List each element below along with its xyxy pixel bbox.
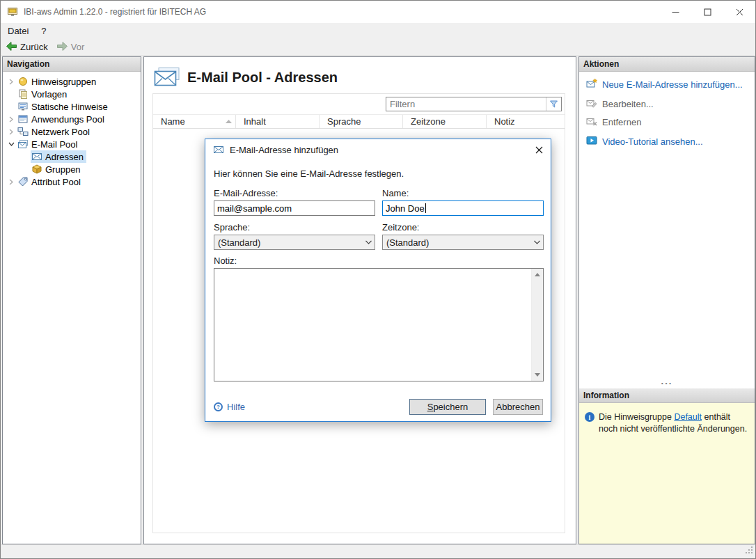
menu-datei[interactable]: Datei	[1, 24, 35, 38]
note-scrollbar[interactable]	[531, 269, 543, 381]
action-video-tutorial[interactable]: Video-Tutorial ansehen...	[586, 135, 703, 148]
forward-button[interactable]: Vor	[52, 40, 89, 55]
language-select[interactable]: (Standard)	[214, 235, 375, 250]
chevron-down-icon[interactable]	[6, 141, 17, 147]
note-field-container	[214, 268, 544, 381]
cancel-button-label: Abbrechen	[496, 402, 540, 412]
sort-ascending-icon	[226, 120, 232, 123]
email-field[interactable]	[214, 200, 375, 216]
adressen-icon	[31, 151, 42, 162]
nav-item-anwendungs-pool[interactable]: Anwendungs Pool	[3, 113, 141, 125]
column-header-notiz[interactable]: Notiz	[487, 115, 565, 128]
default-group-link[interactable]: Default	[674, 412, 702, 422]
nav-item-netzwerk-pool[interactable]: Netzwerk Pool	[3, 125, 141, 138]
chevron-right-icon[interactable]	[6, 179, 17, 185]
nav-item-vorlagen[interactable]: Vorlagen	[3, 88, 141, 100]
column-header-name[interactable]: Name	[153, 115, 236, 128]
action-label: Video-Tutorial ansehen...	[602, 136, 703, 147]
nav-item-hinweisgruppen[interactable]: Hinweisgruppen	[3, 75, 141, 88]
timezone-select[interactable]: (Standard)	[382, 235, 544, 250]
nav-item-label: E-Mail Pool	[31, 139, 77, 150]
scroll-up-icon[interactable]	[532, 269, 543, 281]
language-select-value: (Standard)	[214, 237, 362, 248]
window-title: IBI-aws Admin 1.22.0 - registriert für I…	[24, 7, 206, 17]
new-email-icon	[586, 78, 597, 91]
help-icon: ?	[214, 402, 223, 411]
content-header: E-Mail Pool - Adressen	[154, 67, 338, 88]
email-field-label: E-Mail-Adresse:	[214, 188, 278, 198]
column-label: Notiz	[494, 116, 515, 127]
chevron-right-icon[interactable]	[6, 129, 17, 135]
name-field[interactable]: John Doe	[382, 200, 544, 216]
resize-grip[interactable]	[744, 545, 754, 557]
dialog-title: E-Mail-Adresse hinzufügen	[230, 145, 338, 155]
text-caret	[425, 203, 426, 213]
chevron-right-icon[interactable]	[6, 116, 17, 123]
action-label: Bearbeiten...	[602, 99, 654, 109]
video-tutorial-icon	[586, 135, 597, 148]
chevron-down-icon	[362, 240, 375, 244]
forward-arrow-icon	[56, 41, 68, 54]
navigation-tree: Hinweisgruppen Vorlagen Statische Hinwei…	[3, 72, 141, 188]
menu-help[interactable]: ?	[35, 24, 52, 38]
dialog-close-button[interactable]	[527, 139, 551, 160]
dialog-titlebar: E-Mail-Adresse hinzufügen	[205, 139, 551, 160]
chevron-right-icon[interactable]	[6, 79, 17, 85]
nav-item-label: Statische Hinweise	[31, 102, 108, 112]
page-title: E-Mail Pool - Adressen	[187, 70, 338, 86]
column-header-sprache[interactable]: Sprache	[320, 115, 403, 128]
vorlagen-icon	[17, 88, 29, 100]
information-body: i Die Hinweisgruppe Default enthält noch…	[579, 403, 755, 544]
nav-item-adressen[interactable]: Adressen	[17, 150, 141, 163]
information-header: Information	[579, 388, 755, 403]
help-link[interactable]: ? Hilfe	[214, 402, 245, 412]
action-remove[interactable]: Entfernen	[586, 116, 641, 129]
back-button[interactable]: Zurück	[1, 40, 52, 55]
action-edit[interactable]: Bearbeiten...	[586, 97, 654, 111]
note-field-label: Notiz:	[214, 255, 237, 266]
anwendungs-pool-icon	[17, 113, 29, 125]
filter-funnel-icon[interactable]	[546, 97, 561, 111]
nav-item-label: Vorlagen	[31, 89, 67, 100]
chevron-down-icon	[530, 240, 543, 244]
column-label: Inhalt	[244, 116, 266, 127]
action-new-email-address[interactable]: Neue E-Mail-Adresse hinzufügen...	[586, 78, 743, 91]
info-text-before: Die Hinweisgruppe	[599, 412, 672, 422]
column-header-zeitzone[interactable]: Zeitzone	[403, 115, 487, 128]
nav-item-attribut-pool[interactable]: Attribut Pool	[3, 175, 141, 188]
close-button[interactable]	[723, 1, 755, 23]
table-header-row: Name Inhalt Sprache Zeitzone Notiz	[153, 114, 565, 129]
actions-panel: Aktionen Neue E-Mail-Adresse hinzufügen.…	[578, 56, 755, 544]
nav-item-gruppen[interactable]: Gruppen	[17, 163, 141, 175]
email-pool-large-icon	[154, 67, 180, 88]
nav-item-email-pool[interactable]: E-Mail Pool	[3, 138, 141, 150]
actions-header: Aktionen	[579, 57, 755, 72]
language-field-label: Sprache:	[214, 222, 250, 233]
save-button[interactable]: Speichern	[409, 399, 486, 415]
column-header-inhalt[interactable]: Inhalt	[236, 115, 320, 128]
nav-item-label: Gruppen	[45, 164, 81, 175]
nav-item-label: Netzwerk Pool	[31, 127, 90, 137]
email-pool-icon	[17, 139, 29, 150]
scroll-down-icon[interactable]	[532, 369, 543, 381]
titlebar: IBI-aws Admin 1.22.0 - registriert für I…	[1, 1, 755, 23]
panel-splitter-handle[interactable]: ...	[579, 376, 755, 386]
netzwerk-pool-icon	[17, 126, 29, 137]
help-label: Hilfe	[227, 402, 245, 412]
status-bar	[1, 544, 755, 558]
information-text: Die Hinweisgruppe Default enthält noch n…	[599, 411, 748, 435]
timezone-field-label: Zeitzone:	[382, 222, 419, 233]
cancel-button[interactable]: Abbrechen	[493, 399, 543, 415]
window-controls	[659, 1, 755, 23]
info-icon: i	[585, 412, 594, 422]
column-label: Name	[161, 116, 185, 127]
dialog-email-icon	[213, 144, 224, 155]
maximize-button[interactable]	[691, 1, 723, 23]
gruppen-icon	[31, 164, 42, 175]
nav-item-label: Attribut Pool	[31, 177, 81, 187]
nav-item-statische-hinweise[interactable]: Statische Hinweise	[3, 100, 141, 113]
minimize-button[interactable]	[659, 1, 691, 23]
note-textarea[interactable]	[214, 269, 531, 381]
filter-input[interactable]	[386, 97, 546, 111]
add-email-dialog: E-Mail-Adresse hinzufügen Hier können Si…	[205, 139, 551, 422]
